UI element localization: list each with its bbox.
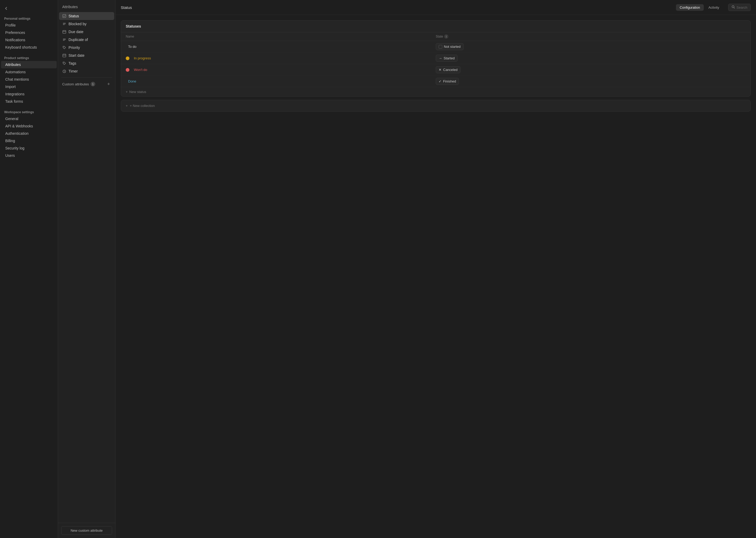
sidebar-item-task-forms[interactable]: Task forms — [1, 98, 57, 105]
new-status-label: New status — [129, 90, 146, 94]
attr-item-timer[interactable]: Timer — [59, 67, 114, 75]
table-row: ✓ Finished — [121, 76, 750, 87]
attr-label-timer: Timer — [69, 69, 78, 73]
attr-item-status[interactable]: Status — [59, 12, 114, 20]
new-custom-attr-button[interactable]: New custom attribute — [61, 526, 112, 535]
tab-configuration[interactable]: Configuration — [676, 4, 703, 11]
attr-label-priority: Priority — [69, 45, 80, 50]
statuses-card-header: Statuses — [121, 21, 750, 32]
status-name-cell-todo — [126, 43, 436, 50]
attr-item-start-date[interactable]: Start date — [59, 51, 114, 59]
sidebar-item-security-log[interactable]: Security log — [1, 144, 57, 152]
statuses-card: Statuses Name State i Not start — [121, 20, 751, 97]
svg-point-18 — [732, 6, 734, 8]
svg-point-16 — [64, 63, 64, 63]
status-name-input-done[interactable] — [126, 78, 174, 84]
sidebar-item-billing[interactable]: Billing — [1, 137, 57, 144]
personal-settings-label: Personal settings — [0, 15, 58, 22]
attr-label-duplicate-of: Duplicate of — [69, 37, 88, 42]
main-content: Status Configuration Activity Search Sta… — [116, 0, 756, 538]
attr-item-duplicate-of[interactable]: Duplicate of — [59, 36, 114, 44]
back-button[interactable] — [0, 4, 58, 15]
status-name-input-in-progress[interactable] — [131, 55, 180, 62]
divider — [61, 77, 112, 78]
search-placeholder: Search — [736, 6, 747, 10]
sidebar-item-profile[interactable]: Profile — [1, 22, 57, 29]
sidebar-item-authentication[interactable]: Authentication — [1, 130, 57, 137]
state-badge-not-started[interactable]: Not started — [436, 43, 464, 50]
state-badge-finished[interactable]: ✓ Finished — [436, 78, 459, 85]
tab-activity[interactable]: Activity — [705, 4, 723, 11]
sidebar-item-import[interactable]: Import — [1, 83, 57, 90]
state-label-canceled: Canceled — [443, 68, 457, 72]
custom-attrs-count: 1 — [91, 82, 95, 86]
list-icon — [62, 22, 67, 26]
state-label-finished: Finished — [443, 79, 456, 83]
table-row: → Started — [121, 53, 750, 64]
state-cell-in-progress: → Started — [436, 55, 746, 62]
tag-icon — [62, 45, 67, 50]
attr-label-status: Status — [69, 14, 79, 18]
table-row: ✕ Canceled — [121, 64, 750, 76]
sidebar-item-general[interactable]: General — [1, 115, 57, 123]
sidebar-item-attributes[interactable]: Attributes — [1, 61, 57, 68]
state-cell-todo: Not started — [436, 43, 746, 50]
status-name-input-wont-do[interactable] — [131, 67, 180, 73]
svg-point-11 — [64, 47, 64, 47]
attributes-panel-title: Attributes — [58, 0, 115, 12]
new-collection-label: + New collection — [130, 104, 155, 108]
sidebar-item-integrations[interactable]: Integrations — [1, 90, 57, 98]
table-row: Not started — [121, 41, 750, 53]
state-cell-done: ✓ Finished — [436, 78, 746, 85]
page-title: Status — [121, 5, 132, 10]
status-name-cell-done — [126, 78, 436, 84]
checkbox-empty-icon — [439, 45, 442, 49]
status-name-cell-in-progress — [126, 55, 436, 62]
sidebar-item-api-webhooks[interactable]: API & Webhooks — [1, 123, 57, 130]
col-header-state: State i — [436, 34, 746, 39]
main-body: Statuses Name State i Not start — [116, 15, 756, 538]
product-settings-label: Product settings — [0, 54, 58, 61]
main-header: Status Configuration Activity Search — [116, 0, 756, 15]
column-headers: Name State i — [121, 32, 750, 41]
sidebar-item-keyboard-shortcuts[interactable]: Keyboard shortcuts — [1, 44, 57, 51]
svg-rect-12 — [63, 54, 66, 57]
attr-item-blocked-by[interactable]: Blocked by — [59, 20, 114, 28]
state-label-started: Started — [444, 56, 455, 60]
status-name-cell-wont-do — [126, 67, 436, 73]
status-name-input-todo[interactable] — [126, 43, 174, 50]
workspace-settings-label: Workspace settings — [0, 108, 58, 115]
list2-icon — [62, 37, 67, 42]
col-header-name: Name — [126, 34, 436, 39]
plus-icon: + — [126, 90, 128, 94]
dot-orange-icon — [126, 56, 129, 60]
tag2-icon — [62, 61, 67, 65]
new-status-button[interactable]: + New status — [121, 87, 750, 96]
tabs-row: Configuration Activity — [676, 4, 723, 11]
plus-icon2: + — [126, 104, 128, 108]
attr-label-blocked-by: Blocked by — [69, 22, 86, 26]
attr-item-priority[interactable]: Priority — [59, 44, 114, 51]
attr-label-tags: Tags — [69, 61, 76, 65]
x-icon: ✕ — [439, 68, 442, 72]
calendar-icon — [62, 30, 67, 34]
state-info-badge: i — [444, 34, 449, 39]
search-box[interactable]: Search — [728, 4, 751, 11]
sidebar-item-automations[interactable]: Automations — [1, 68, 57, 76]
new-collection-button[interactable]: + + New collection — [121, 100, 751, 112]
state-badge-started[interactable]: → Started — [436, 55, 457, 62]
sidebar-item-preferences[interactable]: Preferences — [1, 29, 57, 36]
attr-item-tags[interactable]: Tags — [59, 59, 114, 67]
svg-rect-4 — [63, 30, 66, 33]
search-icon — [732, 5, 735, 10]
sidebar-item-notifications[interactable]: Notifications — [1, 36, 57, 44]
sidebar-item-users[interactable]: Users — [1, 152, 57, 159]
add-custom-attr-button[interactable]: + — [106, 81, 111, 87]
attr-label-due-date: Due date — [69, 30, 83, 34]
custom-attrs-label: Custom attributes 1 — [62, 82, 95, 86]
attr-item-due-date[interactable]: Due date — [59, 28, 114, 36]
state-badge-canceled[interactable]: ✕ Canceled — [436, 66, 460, 73]
arrow-icon: → — [439, 56, 442, 60]
custom-attrs-row: Custom attributes 1 + — [59, 80, 114, 88]
sidebar-item-chat-mentions[interactable]: Chat mentions — [1, 76, 57, 83]
